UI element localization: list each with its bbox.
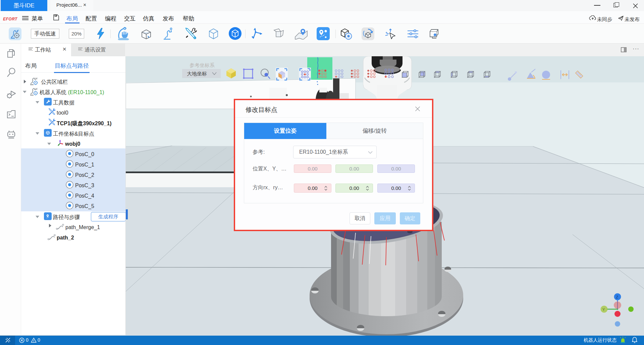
svg-text:大地坐标: 大地坐标 [187,71,207,76]
svg-text:参考坐标系: 参考坐标系 [190,62,215,68]
svg-text:c: c [37,87,38,90]
svg-text:c: c [37,77,38,79]
svg-text:Y: Y [602,307,605,312]
svg-text:c: c [17,29,19,32]
svg-text:Z: Z [616,295,619,299]
